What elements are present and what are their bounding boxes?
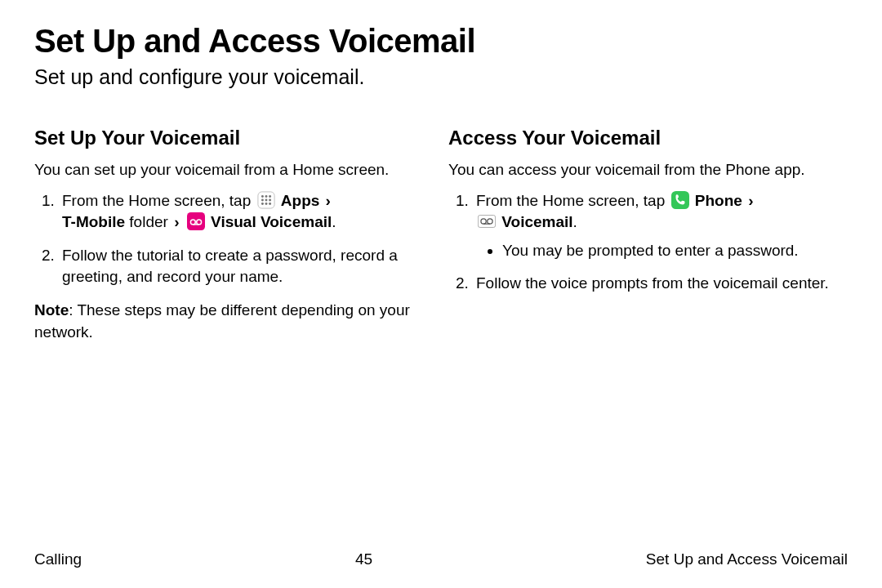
page-title: Set Up and Access Voicemail xyxy=(34,23,848,59)
section-heading-access: Access Your Voicemail xyxy=(448,127,848,149)
step1-prefix: From the Home screen, tap xyxy=(62,192,256,209)
svg-rect-13 xyxy=(671,191,689,209)
folder-word: folder xyxy=(125,213,172,230)
access-steps: From the Home screen, tap Phone › xyxy=(448,190,848,295)
apps-label: Apps xyxy=(281,192,320,209)
chevron-icon: › xyxy=(326,190,331,212)
svg-rect-10 xyxy=(187,212,205,230)
setup-step-2: Follow the tutorial to create a password… xyxy=(59,245,434,288)
access-intro: You can access your voicemail from the P… xyxy=(448,159,848,180)
chevron-icon: › xyxy=(174,212,179,234)
visual-voicemail-icon xyxy=(187,212,205,230)
section-heading-setup: Set Up Your Voicemail xyxy=(34,127,434,149)
apps-grid-icon xyxy=(257,191,275,209)
note-label: Note xyxy=(34,301,69,318)
svg-point-8 xyxy=(265,203,267,205)
step1-prefix: From the Home screen, tap xyxy=(476,192,670,209)
setup-note: Note: These steps may be different depen… xyxy=(34,300,434,343)
access-step1-bullet: You may be prompted to enter a password. xyxy=(502,240,848,262)
voicemail-tape-icon xyxy=(478,212,496,230)
footer-right: Set Up and Access Voicemail xyxy=(646,550,848,568)
right-column: Access Your Voicemail You can access you… xyxy=(448,127,848,359)
footer-left: Calling xyxy=(34,550,82,568)
chevron-icon: › xyxy=(748,190,753,212)
svg-point-5 xyxy=(265,198,267,201)
note-body: : These steps may be different depending… xyxy=(34,301,410,341)
svg-point-6 xyxy=(269,198,271,201)
setup-step-1: From the Home screen, tap Apps › xyxy=(59,190,434,234)
setup-intro: You can set up your voicemail from a Hom… xyxy=(34,159,434,180)
svg-point-1 xyxy=(261,195,263,198)
voicemail-label: Voicemail xyxy=(501,213,572,230)
svg-point-9 xyxy=(269,203,271,205)
tmobile-label: T-Mobile xyxy=(62,213,125,230)
left-column: Set Up Your Voicemail You can set up you… xyxy=(34,127,434,359)
svg-point-3 xyxy=(269,195,271,198)
access-step-2: Follow the voice prompts from the voicem… xyxy=(473,273,848,295)
period: . xyxy=(573,213,577,230)
manual-page: Set Up and Access Voicemail Set up and c… xyxy=(0,0,882,588)
visual-voicemail-label: Visual Voicemail xyxy=(211,213,332,230)
access-step1-sub: You may be prompted to enter a password. xyxy=(476,240,848,262)
svg-point-7 xyxy=(261,203,263,205)
svg-point-4 xyxy=(261,198,263,201)
page-subtitle: Set up and configure your voicemail. xyxy=(34,65,848,89)
phone-label: Phone xyxy=(695,192,742,209)
footer-page-number: 45 xyxy=(355,550,372,568)
page-footer: Calling 45 Set Up and Access Voicemail xyxy=(0,550,882,568)
two-column-layout: Set Up Your Voicemail You can set up you… xyxy=(34,127,848,359)
svg-point-2 xyxy=(265,195,267,198)
phone-icon xyxy=(671,191,689,209)
setup-steps: From the Home screen, tap Apps › xyxy=(34,190,434,288)
access-step-1: From the Home screen, tap Phone › xyxy=(473,190,848,262)
period: . xyxy=(332,213,336,230)
